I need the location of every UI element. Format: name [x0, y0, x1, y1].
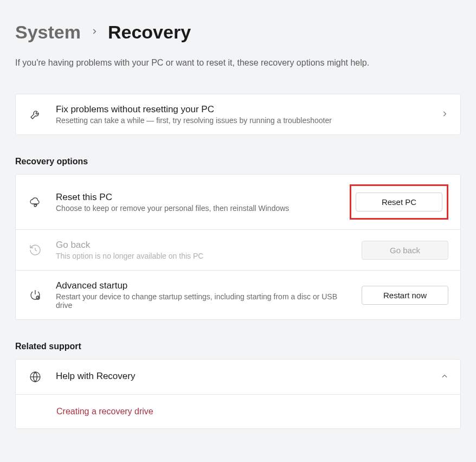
troubleshoot-desc: Resetting can take a while — first, try …: [56, 116, 428, 125]
recovery-options-header: Recovery options: [15, 157, 461, 166]
go-back-card: Go back This option is no longer availab…: [15, 230, 461, 271]
creating-recovery-drive-link[interactable]: Creating a recovery drive: [56, 407, 153, 416]
advanced-startup-title: Advanced startup: [56, 280, 349, 291]
breadcrumb: System Recovery: [15, 22, 461, 43]
cloud-reset-icon: [28, 195, 43, 210]
restart-now-button[interactable]: Restart now: [362, 286, 448, 305]
breadcrumb-parent[interactable]: System: [15, 22, 81, 43]
wrench-icon: [28, 107, 43, 122]
chevron-right-icon: [441, 110, 448, 119]
troubleshoot-card[interactable]: Fix problems without resetting your PC R…: [15, 94, 461, 135]
go-back-desc: This option is no longer available on th…: [56, 252, 349, 260]
related-support-header: Related support: [15, 342, 461, 351]
globe-help-icon: [28, 369, 43, 384]
chevron-right-icon: [91, 28, 98, 37]
reset-pc-desc: Choose to keep or remove your personal f…: [56, 204, 337, 213]
page-title: Recovery: [108, 22, 191, 43]
advanced-startup-desc: Restart your device to change startup se…: [56, 292, 349, 310]
help-with-recovery-title: Help with Recovery: [56, 371, 428, 382]
troubleshoot-title: Fix problems without resetting your PC: [56, 104, 428, 115]
help-with-recovery-card[interactable]: Help with Recovery: [15, 359, 461, 395]
reset-pc-button[interactable]: Reset PC: [356, 193, 442, 211]
reset-pc-title: Reset this PC: [56, 192, 337, 203]
history-icon: [28, 242, 43, 258]
reset-pc-card: Reset this PC Choose to keep or remove y…: [15, 174, 461, 230]
power-settings-icon: [28, 287, 43, 303]
page-subtitle: If you're having problems with your PC o…: [15, 58, 461, 68]
chevron-up-icon: [441, 373, 448, 382]
reset-pc-highlight: Reset PC: [350, 184, 448, 220]
go-back-button: Go back: [362, 241, 448, 260]
help-with-recovery-body: Creating a recovery drive: [15, 395, 461, 429]
go-back-title: Go back: [56, 240, 349, 251]
advanced-startup-card: Advanced startup Restart your device to …: [15, 271, 461, 320]
